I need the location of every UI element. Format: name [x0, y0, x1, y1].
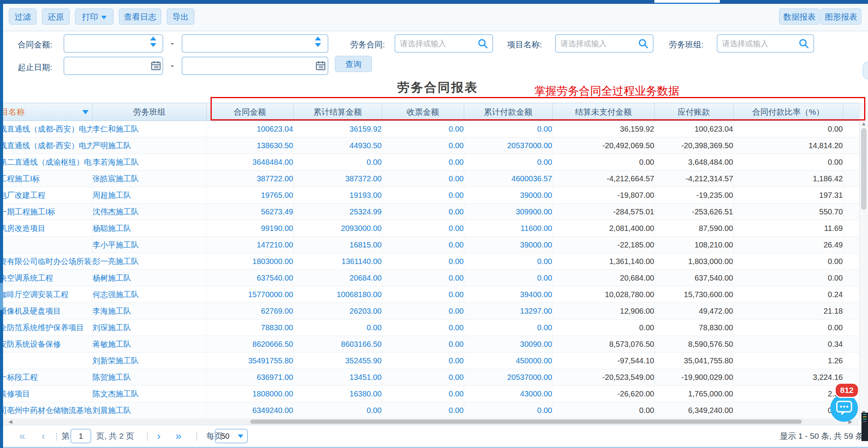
cell-team[interactable]: 刘新荣施工队 — [92, 353, 206, 369]
cell-settled-amount[interactable]: 8603166.50 — [293, 336, 382, 353]
cell-invoice-amount[interactable]: 0.00 — [382, 402, 464, 419]
cell-invoice-amount[interactable]: 0.00 — [382, 319, 464, 336]
amount-min-spinner[interactable] — [150, 37, 156, 48]
cell-project-name[interactable]: 第二直通线（成渝枢纽）电力 — [3, 154, 92, 171]
cell-paid-amount[interactable]: 39000.00 — [464, 187, 552, 204]
cell-paid-amount[interactable]: 11600.00 — [464, 220, 552, 237]
cell-invoice-amount[interactable]: 0.00 — [382, 220, 464, 237]
cell-paid-amount[interactable]: 20537000.00 — [464, 369, 552, 386]
cell-contract-amount[interactable]: 62769.00 — [206, 303, 293, 319]
date-end-input[interactable] — [182, 57, 328, 75]
column-header-contract-amount[interactable]: 合同金额 — [206, 103, 293, 121]
cell-settled-amount[interactable]: 0.00 — [293, 402, 382, 419]
cell-team[interactable]: 杨聪施工队 — [92, 220, 206, 237]
cell-invoice-amount[interactable]: 0.00 — [382, 369, 464, 386]
query-button[interactable]: 查询 — [335, 56, 372, 72]
tab-graph-report[interactable]: 图形报表 — [821, 8, 861, 25]
vertical-scrollbar[interactable]: ▲ ▼ — [859, 103, 868, 420]
cell-invoice-amount[interactable]: 0.00 — [382, 121, 464, 137]
per-page-select[interactable]: 50 — [215, 429, 248, 443]
restore-button[interactable]: 还原 — [42, 8, 70, 25]
cell-team[interactable]: 周超施工队 — [92, 187, 206, 204]
cell-invoice-amount[interactable]: 0.00 — [382, 237, 464, 253]
cell-settled-amount[interactable]: 13451.00 — [293, 369, 382, 386]
chat-widget-button[interactable] — [830, 394, 858, 422]
prev-page-icon[interactable]: ‹ — [42, 425, 45, 447]
cell-invoice-amount[interactable]: 0.00 — [382, 353, 464, 369]
amount-min-input[interactable] — [64, 34, 163, 53]
date-start-input[interactable] — [64, 57, 163, 75]
cell-contract-amount[interactable]: 1803000.00 — [206, 253, 293, 270]
cell-settled-amount[interactable]: 352455.90 — [293, 353, 382, 369]
cell-project-name[interactable]: 线直通线（成都-西安）电力 — [3, 121, 92, 137]
cell-contract-amount[interactable]: 56273.49 — [206, 204, 293, 220]
spinner-up-icon[interactable] — [150, 37, 156, 40]
cell-paid-amount[interactable]: 0.00 — [464, 154, 552, 171]
cell-team[interactable]: 彭一亮施工队 — [92, 253, 206, 270]
cell-invoice-amount[interactable]: 0.00 — [382, 386, 464, 402]
filter-dropdown-icon[interactable] — [82, 110, 89, 114]
cell-paid-amount[interactable]: 30090.00 — [464, 336, 552, 353]
cell-team[interactable]: 刘晨施工队 — [92, 402, 206, 419]
next-page-icon[interactable]: › — [157, 425, 161, 447]
export-button[interactable]: 导出 — [167, 8, 194, 25]
cell-paid-amount[interactable]: 4600036.57 — [464, 171, 552, 187]
cell-team[interactable]: 蒋敏施工队 — [92, 336, 206, 353]
column-header-project-name[interactable]: 目名称 — [3, 103, 92, 121]
cell-project-name[interactable] — [3, 237, 92, 253]
cell-settled-amount[interactable]: 26203.00 — [293, 303, 382, 319]
cell-settled-amount[interactable]: 10068180.00 — [293, 286, 382, 303]
cell-contract-amount[interactable]: 15770000.00 — [206, 286, 293, 303]
cell-settled-amount[interactable]: 0.00 — [293, 319, 382, 336]
cell-paid-amount[interactable]: 0.00 — [464, 121, 552, 137]
cell-settled-amount[interactable]: 19193.00 — [293, 187, 382, 204]
search-icon[interactable] — [638, 38, 649, 49]
cell-project-name[interactable]: 线直通线（成都-西安）电力 — [3, 137, 92, 154]
panel-collapse-handle[interactable] — [863, 62, 868, 79]
cell-settled-amount[interactable]: 1361140.00 — [293, 253, 382, 270]
scroll-up-icon[interactable]: ▲ — [860, 120, 868, 127]
column-header-invoice-amount[interactable]: 收票金额 — [382, 103, 464, 121]
cell-project-name[interactable]: 机房改造项目 — [3, 220, 92, 237]
cell-contract-amount[interactable]: 636971.00 — [206, 369, 293, 386]
cell-invoice-amount[interactable]: 0.00 — [382, 270, 464, 286]
cell-contract-amount[interactable]: 1808000.00 — [206, 386, 293, 402]
cell-invoice-amount[interactable]: 0.00 — [382, 187, 464, 204]
cell-project-name[interactable]: 司亳州中药材仓储物流基地 — [3, 402, 92, 419]
active-browser-tab[interactable] — [654, 0, 720, 4]
cell-settled-amount[interactable]: 387372.00 — [293, 171, 382, 187]
cell-invoice-amount[interactable]: 0.00 — [382, 286, 464, 303]
cell-invoice-amount[interactable]: 0.00 — [382, 336, 464, 353]
cell-invoice-amount[interactable]: 0.00 — [382, 204, 464, 220]
cell-contract-amount[interactable]: 3648484.00 — [206, 154, 293, 171]
cell-settled-amount[interactable]: 25324.99 — [293, 204, 382, 220]
cell-paid-amount[interactable]: 0.00 — [464, 319, 552, 336]
cell-paid-amount[interactable]: 39000.00 — [464, 237, 552, 253]
cell-contract-amount[interactable]: 138630.50 — [206, 137, 293, 154]
cell-team[interactable]: 李若海施工队 — [92, 154, 206, 171]
cell-paid-amount[interactable]: 0.00 — [464, 402, 552, 419]
page-number-input[interactable] — [70, 429, 91, 443]
cell-project-name[interactable]: 装修项目 — [3, 386, 92, 402]
horizontal-scroll-thumb[interactable] — [250, 420, 802, 424]
horizontal-scrollbar[interactable]: ◀ ▶ — [3, 418, 859, 425]
cell-team[interactable]: 李仁和施工队 — [92, 121, 206, 137]
cell-team[interactable]: 刘琛施工队 — [92, 319, 206, 336]
cell-contract-amount[interactable]: 387722.00 — [206, 171, 293, 187]
column-header-paid-amount[interactable]: 累计付款金额 — [464, 103, 552, 121]
cell-settled-amount[interactable]: 0.00 — [293, 154, 382, 171]
cell-contract-amount[interactable]: 147210.00 — [206, 237, 293, 253]
cell-settled-amount[interactable]: 44930.50 — [293, 137, 382, 154]
cell-paid-amount[interactable]: 450000.00 — [464, 353, 552, 369]
cell-settled-amount[interactable]: 36159.92 — [293, 121, 382, 137]
cell-contract-amount[interactable]: 100623.04 — [206, 121, 293, 137]
cell-team[interactable]: 何志强施工队 — [92, 286, 206, 303]
spinner-down-icon[interactable] — [315, 43, 321, 47]
column-header-settled-amount[interactable]: 累计结算金额 — [293, 103, 382, 121]
cell-project-name[interactable]: 全防范系统维护保养项目 — [3, 319, 92, 336]
cell-team[interactable]: 陈文杰施工队 — [92, 386, 206, 402]
spinner-down-icon[interactable] — [150, 43, 156, 47]
column-header-payment-ratio[interactable]: 合同付款比率（%） — [733, 103, 843, 121]
scroll-left-icon[interactable]: ◀ — [8, 419, 12, 425]
cell-invoice-amount[interactable]: 0.00 — [382, 303, 464, 319]
